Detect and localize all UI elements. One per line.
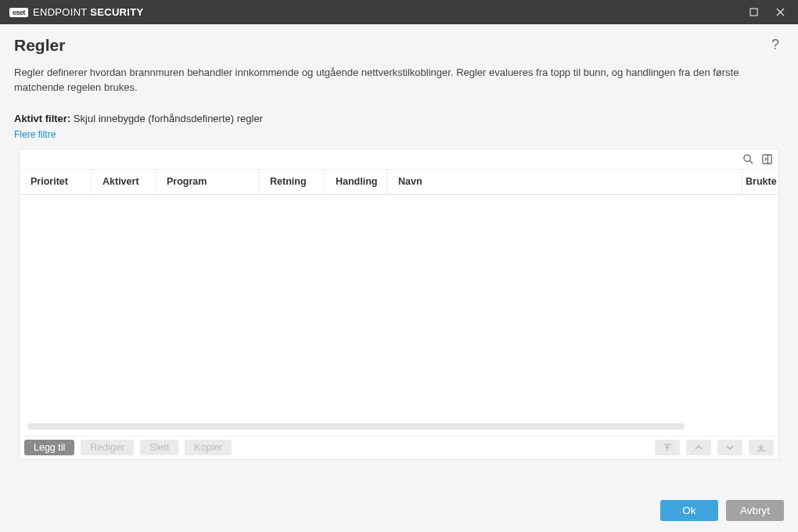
maximize-button[interactable]	[740, 0, 767, 24]
svg-point-1	[743, 155, 749, 161]
brand-badge: eset	[9, 8, 28, 17]
columns-icon[interactable]	[758, 151, 775, 167]
column-header-direction[interactable]: Retning	[259, 170, 325, 194]
column-header-action[interactable]: Handling	[325, 170, 387, 194]
svg-rect-3	[762, 155, 771, 164]
edit-button: Rediger	[81, 440, 134, 455]
delete-button: Slett	[140, 440, 178, 455]
panel-footer: Legg til Rediger Slett Kopier	[20, 436, 778, 459]
table-body	[20, 195, 778, 436]
window-controls	[740, 0, 793, 24]
active-filter-line: Aktivt filter: Skjul innebygde (forhånds…	[14, 113, 784, 124]
active-filter-value: Skjul innebygde (forhåndsdefinerte) regl…	[74, 113, 263, 124]
panel-toolbar	[20, 149, 778, 170]
svg-line-2	[749, 160, 753, 164]
column-header-used[interactable]: Brukte	[742, 170, 778, 194]
add-button[interactable]: Legg til	[24, 440, 74, 455]
close-button[interactable]	[767, 0, 793, 24]
move-bottom-button	[749, 440, 774, 455]
column-header-priority[interactable]: Prioritet	[20, 170, 92, 194]
cancel-button[interactable]: Avbryt	[726, 500, 784, 521]
svg-rect-0	[750, 9, 757, 16]
copy-button: Kopier	[185, 440, 232, 455]
search-icon[interactable]	[739, 151, 757, 167]
move-up-button	[686, 440, 711, 455]
column-header-program[interactable]: Program	[156, 170, 259, 194]
column-header-activated[interactable]: Aktivert	[92, 170, 156, 194]
brand: eset ENDPOINT SECURITY	[9, 6, 143, 18]
brand-text: ENDPOINT SECURITY	[33, 6, 143, 18]
active-filter-label: Aktivt filter:	[14, 113, 70, 124]
rules-panel: Prioritet Aktivert Program Retning Handl…	[19, 149, 779, 460]
move-down-button	[717, 440, 742, 455]
ok-button[interactable]: Ok	[660, 500, 718, 521]
column-header-name[interactable]: Navn	[387, 170, 742, 194]
dialog-buttons: Ok Avbryt	[660, 500, 784, 521]
page-description: Regler definerer hvordan brannmuren beha…	[14, 66, 773, 95]
more-filters-link[interactable]: Flere filtre	[14, 129, 56, 140]
help-icon[interactable]: ?	[767, 35, 784, 55]
move-top-button	[655, 440, 680, 455]
title-bar: eset ENDPOINT SECURITY	[0, 0, 798, 24]
page-title: Regler	[14, 36, 65, 55]
table-header: Prioritet Aktivert Program Retning Handl…	[20, 170, 778, 195]
content-area: Regler ? Regler definerer hvordan brannm…	[0, 24, 798, 469]
horizontal-scrollbar[interactable]	[27, 423, 685, 430]
